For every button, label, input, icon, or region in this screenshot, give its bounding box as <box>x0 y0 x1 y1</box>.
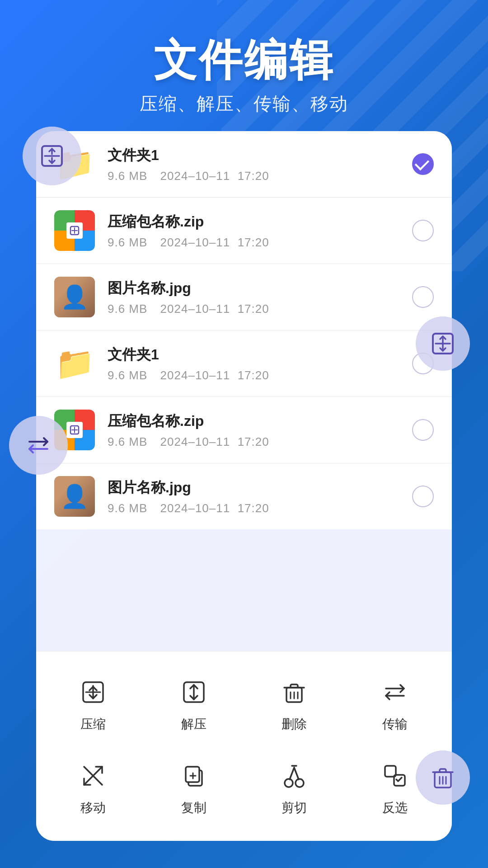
cut-button[interactable]: 剪切 <box>246 749 343 828</box>
delete-button[interactable]: 删除 <box>246 665 343 744</box>
file-meta: 9.6 MB 2024–10–11 17:20 <box>108 169 399 183</box>
file-info: 文件夹1 9.6 MB 2024–10–11 17:20 <box>108 345 399 382</box>
cut-label: 剪切 <box>282 799 307 816</box>
extract-label: 解压 <box>181 716 206 733</box>
copy-label: 复制 <box>181 799 206 816</box>
delete-label: 删除 <box>282 716 307 733</box>
file-item[interactable]: 压缩包名称.zip 9.6 MB 2024–10–11 17:20 <box>36 397 452 463</box>
extract-button[interactable]: 解压 <box>146 665 242 744</box>
compress-button[interactable]: 压缩 <box>45 665 141 744</box>
transfer-icon <box>379 676 411 708</box>
move-label: 移动 <box>80 799 106 816</box>
compress-label: 压缩 <box>80 716 106 733</box>
file-date: 2024–10–11 17:20 <box>160 236 269 249</box>
file-item[interactable]: 📁 文件夹1 9.6 MB 2024–10–11 17:20 <box>36 330 452 397</box>
file-list: 📁 文件夹1 9.6 MB 2024–10–11 17:20 <box>36 131 452 651</box>
file-date: 2024–10–11 17:20 <box>160 368 269 382</box>
compress-icon <box>77 676 109 708</box>
file-meta: 9.6 MB 2024–10–11 17:20 <box>108 435 399 449</box>
select-inverse-icon <box>379 760 411 792</box>
file-size: 9.6 MB <box>108 501 147 515</box>
file-size: 9.6 MB <box>108 236 147 249</box>
file-info: 压缩包名称.zip 9.6 MB 2024–10–11 17:20 <box>108 411 399 449</box>
file-checkbox[interactable] <box>412 419 434 441</box>
file-meta: 9.6 MB 2024–10–11 17:20 <box>108 501 399 515</box>
float-expand-icon <box>416 316 470 371</box>
folder-thumb: 📁 <box>54 343 95 384</box>
copy-icon <box>178 760 210 792</box>
file-name: 压缩包名称.zip <box>108 411 399 431</box>
file-checkbox[interactable] <box>412 220 434 241</box>
svg-line-40 <box>290 768 294 779</box>
page-header: 文件编辑 压缩、解压、传输、移动 <box>0 0 488 130</box>
svg-line-41 <box>294 768 299 779</box>
cut-icon <box>278 760 310 792</box>
file-date: 2024–10–11 17:20 <box>160 435 269 448</box>
extract-icon <box>178 676 210 708</box>
file-name: 文件夹1 <box>108 146 399 165</box>
float-transfer-icon <box>9 416 68 475</box>
file-size: 9.6 MB <box>108 368 147 382</box>
file-date: 2024–10–11 17:20 <box>160 169 269 183</box>
file-size: 9.6 MB <box>108 169 147 183</box>
page-title: 文件编辑 <box>0 36 488 84</box>
file-item[interactable]: 图片名称.jpg 9.6 MB 2024–10–11 17:20 <box>36 463 452 529</box>
transfer-button[interactable]: 传输 <box>347 665 443 744</box>
action-toolbar: 压缩 解压 <box>36 651 452 841</box>
main-card: 📁 文件夹1 9.6 MB 2024–10–11 17:20 <box>36 131 452 841</box>
image-thumb <box>54 277 95 317</box>
copy-button[interactable]: 复制 <box>146 749 242 828</box>
transfer-label: 传输 <box>382 716 408 733</box>
file-size: 9.6 MB <box>108 302 147 316</box>
select-inverse-label: 反选 <box>382 799 408 816</box>
svg-point-39 <box>296 779 304 787</box>
file-info: 图片名称.jpg 9.6 MB 2024–10–11 17:20 <box>108 278 399 316</box>
svg-point-38 <box>285 779 293 787</box>
file-name: 图片名称.jpg <box>108 478 399 498</box>
file-name: 图片名称.jpg <box>108 278 399 298</box>
file-date: 2024–10–11 17:20 <box>160 501 269 515</box>
float-compress-icon <box>23 127 81 185</box>
file-meta: 9.6 MB 2024–10–11 17:20 <box>108 302 399 316</box>
file-checkbox[interactable] <box>412 486 434 507</box>
file-info: 图片名称.jpg 9.6 MB 2024–10–11 17:20 <box>108 478 399 515</box>
move-button[interactable]: 移动 <box>45 749 141 828</box>
file-checkbox[interactable] <box>412 153 434 175</box>
file-name: 文件夹1 <box>108 345 399 365</box>
page-subtitle: 压缩、解压、传输、移动 <box>0 91 488 116</box>
file-name: 压缩包名称.zip <box>108 212 399 232</box>
move-icon <box>77 760 109 792</box>
file-item[interactable]: 图片名称.jpg 9.6 MB 2024–10–11 17:20 <box>36 264 452 330</box>
file-meta: 9.6 MB 2024–10–11 17:20 <box>108 236 399 250</box>
image-thumb <box>54 476 95 517</box>
file-size: 9.6 MB <box>108 435 147 448</box>
zip-thumb <box>54 210 95 251</box>
file-meta: 9.6 MB 2024–10–11 17:20 <box>108 368 399 382</box>
file-item[interactable]: 📁 文件夹1 9.6 MB 2024–10–11 17:20 <box>36 131 452 198</box>
file-checkbox[interactable] <box>412 286 434 308</box>
file-info: 压缩包名称.zip 9.6 MB 2024–10–11 17:20 <box>108 212 399 250</box>
float-trash-icon[interactable] <box>416 750 470 805</box>
file-info: 文件夹1 9.6 MB 2024–10–11 17:20 <box>108 146 399 183</box>
file-date: 2024–10–11 17:20 <box>160 302 269 316</box>
delete-icon <box>278 676 310 708</box>
file-item[interactable]: 压缩包名称.zip 9.6 MB 2024–10–11 17:20 <box>36 198 452 264</box>
